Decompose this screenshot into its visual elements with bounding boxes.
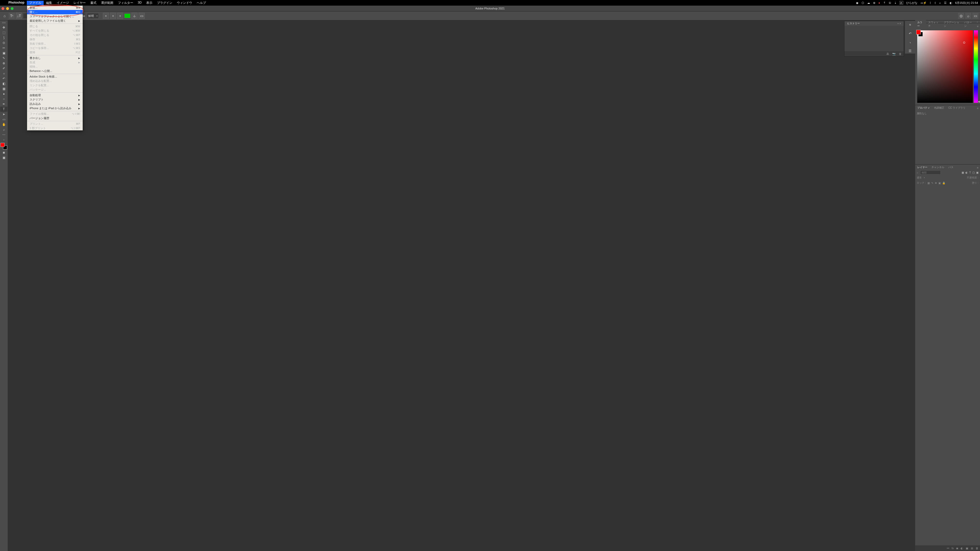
align-left-button[interactable]: ≡ — [103, 13, 109, 19]
layer-group-icon[interactable]: ▣ — [966, 547, 968, 550]
status-cc-icon[interactable]: ⊚ — [873, 1, 875, 5]
gradient-tool[interactable]: ▦ — [0, 86, 7, 91]
status-dropbox-icon[interactable]: ⬡ — [862, 1, 864, 5]
file-menu-item[interactable]: iPhone または iPad から読み込み▶ — [27, 106, 83, 110]
history-brush-tool[interactable]: ↶ — [0, 76, 7, 81]
share-button[interactable]: ◎ — [958, 13, 964, 19]
warp-text-button[interactable]: ⫝ — [131, 13, 138, 19]
hue-slider[interactable] — [974, 30, 978, 103]
file-menu-item[interactable]: 自動処理▶ — [27, 93, 83, 97]
antialias-select[interactable]: 鮮明▾ — [87, 13, 99, 19]
cc-libraries-tab[interactable]: CC ライブラリ — [946, 106, 967, 110]
status-cloud-icon[interactable]: ☁ — [867, 1, 870, 5]
strip-history-icon[interactable]: ↶ — [907, 30, 913, 36]
status-1-icon[interactable]: ① — [889, 1, 891, 5]
move-tool[interactable]: ✥ — [0, 25, 7, 30]
adjustments-tab[interactable]: 色調補正 — [932, 106, 946, 110]
lock-all-icon[interactable]: 🔒 — [942, 182, 945, 184]
menu-編集[interactable]: 編集 — [44, 1, 54, 5]
edit-toolbar[interactable]: ▫▫ — [0, 137, 7, 142]
file-menu-item[interactable]: 開く...⌘O — [27, 10, 83, 14]
type-tool[interactable]: T — [0, 106, 7, 112]
layer-mask-icon[interactable]: ◙ — [956, 547, 958, 550]
hand-tool[interactable]: ✋ — [0, 122, 7, 127]
status-wifi-icon[interactable]: ⧙ — [930, 1, 931, 4]
new-layer-icon[interactable]: ⊞ — [971, 547, 973, 550]
menu-3d[interactable]: 3D — [135, 1, 144, 5]
lock-position-icon[interactable]: ✎ — [931, 182, 933, 184]
filter-adjust-icon[interactable]: ◐ — [966, 171, 968, 174]
color-panel-menu[interactable]: ≡ — [975, 24, 980, 28]
color-swatches[interactable] — [0, 142, 7, 150]
text-orient-toggle[interactable]: ⟂T — [16, 13, 22, 19]
search-button[interactable]: ⌕ — [965, 13, 971, 19]
history-tab[interactable]: ヒストリー — [845, 21, 861, 26]
history-collapse-button[interactable]: » ≡ — [896, 22, 903, 25]
apple-menu[interactable] — [2, 1, 6, 5]
more-tools[interactable]: ⋯ — [0, 132, 7, 137]
window-minimize-button[interactable] — [6, 7, 9, 10]
strip-adjust-icon[interactable]: ☰ — [907, 48, 913, 54]
dodge-tool[interactable]: ○ — [0, 97, 7, 102]
menu-イメージ[interactable]: イメージ — [54, 1, 71, 5]
file-menu-item[interactable]: 読み込み▶ — [27, 102, 83, 106]
menu-レイヤー[interactable]: レイヤー — [71, 1, 88, 5]
align-center-button[interactable]: ≡ — [110, 13, 116, 19]
status-siri-icon[interactable]: ◐ — [950, 1, 952, 5]
lock-pixels-icon[interactable]: ▦ — [928, 182, 930, 184]
history-trash-icon[interactable]: 🗑 — [899, 52, 902, 56]
menu-選択範囲[interactable]: 選択範囲 — [99, 1, 116, 5]
status-up-icon[interactable]: ⇡ — [883, 1, 886, 5]
file-menu-item[interactable]: Adobe Stock を検索... — [27, 75, 83, 79]
delete-layer-icon[interactable]: 🗑 — [976, 547, 978, 550]
adjustment-layer-icon[interactable]: ◐ — [961, 547, 963, 550]
panel-toggle-button[interactable]: ▭ — [138, 13, 145, 19]
quick-select-tool[interactable]: ⊙ — [0, 40, 7, 45]
frame-tool[interactable]: ▣ — [0, 51, 7, 56]
filter-pixel-icon[interactable]: ▦ — [962, 171, 964, 174]
gradient-tab[interactable]: グラデーション — [942, 20, 962, 28]
zoom-tool[interactable]: ⌕ — [0, 127, 7, 132]
history-doc-icon[interactable]: 🖶 — [886, 52, 889, 56]
filter-kind-select[interactable] — [920, 170, 941, 175]
status-battery-icon[interactable]: ▭⚡ — [921, 1, 927, 5]
status-bluetooth-icon[interactable]: ᚼ — [934, 1, 936, 4]
lock-artboard-icon[interactable]: ▣ — [939, 182, 941, 184]
align-right-button[interactable]: ≡ — [117, 13, 123, 19]
status-ime-char[interactable]: あ — [900, 1, 903, 5]
menu-書式[interactable]: 書式 — [88, 1, 99, 5]
file-menu-item[interactable]: バージョン履歴 — [27, 116, 83, 121]
status-rec-icon[interactable]: ● — [878, 1, 880, 4]
lock-move-icon[interactable]: ✥ — [935, 182, 937, 184]
lasso-tool[interactable]: ⟆ — [0, 35, 7, 40]
saturation-value-picker[interactable] — [917, 30, 973, 103]
menu-photoshop[interactable]: Photoshop — [6, 1, 27, 5]
menu-ファイル[interactable]: ファイル — [27, 1, 44, 5]
paths-tab[interactable]: パス — [946, 165, 956, 170]
status-control-center-icon[interactable]: ☰ — [944, 1, 947, 5]
file-menu-item[interactable]: 新規...⌘N — [27, 6, 83, 10]
link-layers-icon[interactable]: ⚯ — [947, 547, 949, 550]
properties-panel-menu[interactable]: ≡ — [975, 106, 980, 110]
shape-tool[interactable]: ▭ — [0, 117, 7, 122]
filter-shape-icon[interactable]: ▢ — [972, 171, 975, 174]
window-close-button[interactable] — [2, 7, 4, 10]
text-color-swatch[interactable] — [124, 14, 130, 18]
layer-fx-icon[interactable]: fx — [952, 547, 954, 550]
panel-color-swatch[interactable] — [916, 30, 921, 35]
menu-ウィンドウ[interactable]: ウィンドウ — [175, 1, 194, 5]
brush-tool[interactable]: ✐ — [0, 66, 7, 71]
menu-表示[interactable]: 表示 — [144, 1, 155, 5]
workspace-button[interactable]: ▭ — [972, 13, 978, 19]
file-menu-item[interactable]: スマートオブジェクトとして開く... — [27, 14, 83, 19]
marquee-tool[interactable]: ⬚ — [0, 30, 7, 35]
color-tab[interactable]: カラー — [915, 20, 926, 28]
stamp-tool[interactable]: ⟐ — [0, 71, 7, 76]
status-clock[interactable]: 6月15日(火) 21:54 — [955, 1, 978, 5]
file-menu-item[interactable]: スクリプト▶ — [27, 97, 83, 102]
filter-type-icon[interactable]: T — [969, 171, 971, 174]
eraser-tool[interactable]: ◧ — [0, 81, 7, 86]
file-menu-item[interactable]: 書き出し▶ — [27, 56, 83, 60]
text-tool-icon[interactable]: T ▾ — [9, 13, 15, 19]
status-ime-mode[interactable]: ひらがな — [906, 1, 918, 5]
